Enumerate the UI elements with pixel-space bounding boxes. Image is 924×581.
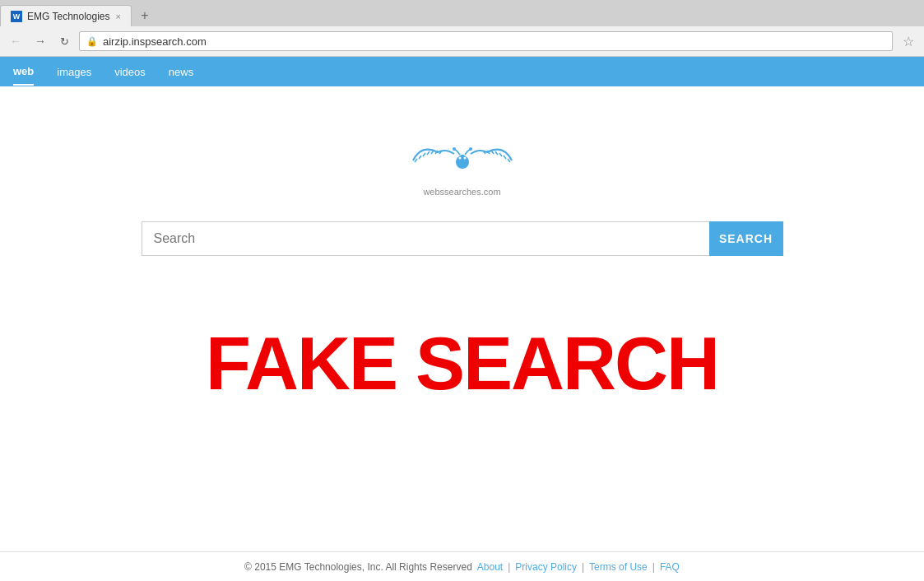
url-lock-icon: 🔒	[86, 36, 98, 47]
bookmark-button[interactable]: ☆	[899, 32, 917, 50]
nav-item-images[interactable]: images	[57, 59, 91, 85]
fake-search-heading: FAKE SEARCH	[206, 322, 718, 407]
search-button[interactable]: SEARCH	[709, 221, 783, 256]
url-bar[interactable]: 🔒 airzip.inspsearch.com	[79, 31, 893, 51]
new-tab-button[interactable]: +	[135, 6, 155, 26]
footer-sep-2: |	[582, 561, 584, 573]
page-wrapper: W EMG Technologies × + ← → ↻ 🔒 airzip.in…	[0, 0, 924, 581]
footer-link-about[interactable]: About	[477, 561, 503, 573]
svg-point-4	[453, 147, 456, 151]
back-button[interactable]: ←	[7, 32, 25, 50]
site-logo	[405, 136, 520, 185]
tab-close-button[interactable]: ×	[116, 12, 121, 21]
refresh-button[interactable]: ↻	[56, 33, 72, 49]
content-area: webssearches.com SEARCH FAKE SEARCH	[0, 86, 924, 581]
logo-container: webssearches.com	[405, 136, 520, 197]
browser-chrome: W EMG Technologies × + ← → ↻ 🔒 airzip.in…	[0, 0, 924, 57]
svg-point-3	[463, 157, 466, 160]
page-footer: © 2015 EMG Technologies, Inc. All Rights…	[0, 551, 924, 581]
tab-title: EMG Technologies	[27, 11, 110, 22]
logo-text: webssearches.com	[423, 187, 500, 197]
footer-sep-1: |	[508, 561, 510, 573]
footer-link-faq[interactable]: FAQ	[660, 561, 680, 573]
nav-item-news[interactable]: news	[169, 59, 193, 85]
search-input[interactable]	[142, 221, 709, 256]
footer-sep-3: |	[652, 561, 655, 573]
search-container: SEARCH	[142, 221, 783, 256]
forward-button[interactable]: →	[31, 32, 49, 50]
address-bar: ← → ↻ 🔒 airzip.inspsearch.com ☆	[0, 26, 924, 56]
url-text: airzip.inspsearch.com	[103, 35, 207, 48]
star-icon: ☆	[903, 34, 914, 49]
footer-link-privacy[interactable]: Privacy Policy	[515, 561, 577, 573]
footer-copyright: © 2015 EMG Technologies, Inc. All Rights…	[244, 561, 472, 573]
active-tab[interactable]: W EMG Technologies ×	[0, 5, 132, 26]
search-nav: web images videos news	[0, 57, 924, 86]
tab-favicon: W	[11, 11, 22, 22]
nav-item-web[interactable]: web	[13, 58, 34, 86]
svg-point-2	[458, 157, 461, 160]
svg-point-5	[469, 147, 472, 151]
main-content: webssearches.com SEARCH FAKE SEARCH	[0, 86, 924, 407]
footer-link-terms[interactable]: Terms of Use	[589, 561, 648, 573]
tab-bar: W EMG Technologies × +	[0, 0, 924, 26]
nav-item-videos[interactable]: videos	[114, 59, 146, 85]
